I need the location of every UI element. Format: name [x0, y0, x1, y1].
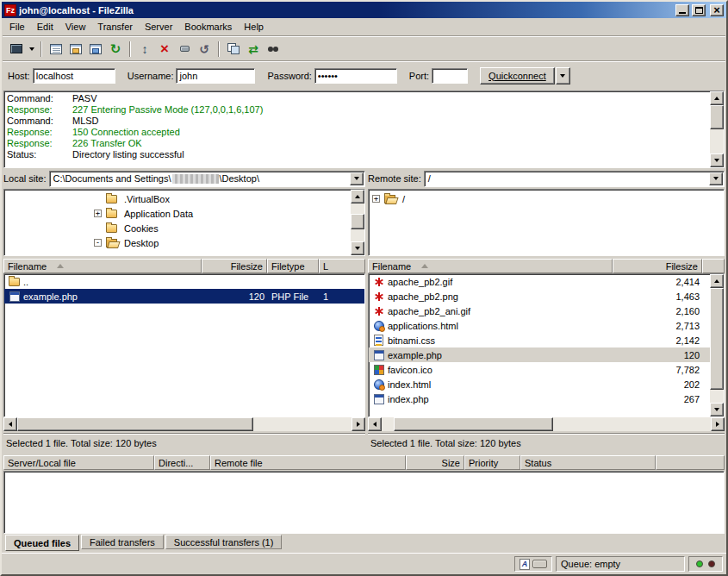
scrollbar-track[interactable] — [710, 288, 724, 403]
remote-site-combo-button[interactable] — [709, 172, 723, 185]
local-site-combo[interactable]: C:\Documents and Settings\\Desktop\ — [49, 171, 365, 187]
menu-file[interactable]: File — [3, 19, 31, 34]
file-row[interactable]: .. — [4, 274, 364, 289]
column-filename[interactable]: Filename — [368, 259, 613, 273]
local-tree-scrollbar[interactable] — [351, 190, 364, 255]
column-remote-file[interactable]: Remote file — [210, 455, 406, 470]
column-filesize[interactable]: Filesize — [613, 259, 702, 273]
column-filesize[interactable]: Filesize — [202, 259, 267, 273]
titlebar[interactable]: Fz john@localhost - FileZilla — [2, 2, 726, 18]
file-row[interactable]: index.html202 — [369, 377, 710, 391]
column-status[interactable]: Status — [520, 455, 656, 470]
remote-site-label: Remote site: — [368, 173, 421, 184]
scroll-left-button[interactable] — [3, 417, 17, 431]
scroll-down-button[interactable] — [710, 403, 724, 416]
find-files-button[interactable] — [264, 40, 283, 59]
log-scrollbar[interactable] — [710, 91, 724, 167]
scrollbar-track[interactable] — [17, 417, 352, 431]
column-priority[interactable]: Priority — [464, 455, 520, 470]
menu-edit[interactable]: Edit — [31, 19, 59, 34]
tree-item[interactable]: .VirtualBox — [4, 191, 351, 206]
transfer-type-icon[interactable] — [520, 559, 530, 570]
local-site-combo-button[interactable] — [350, 172, 364, 185]
remote-site-row: Remote site: / — [368, 170, 725, 187]
tab-failed-transfers[interactable]: Failed transfers — [81, 535, 164, 549]
directory-comparison-button[interactable] — [224, 40, 243, 59]
menu-view[interactable]: View — [59, 19, 92, 34]
tree-item[interactable]: +/ — [369, 191, 724, 206]
tree-item[interactable]: -Desktop — [4, 235, 351, 250]
toggle-local-tree-button[interactable] — [66, 40, 85, 59]
synchronized-browsing-button[interactable] — [244, 40, 263, 59]
file-row[interactable]: apache_pb2.png1,463 — [369, 289, 710, 304]
port-input[interactable] — [432, 68, 468, 84]
file-row-highlighted[interactable]: example.php120 — [369, 347, 710, 362]
column-filename[interactable]: Filename — [3, 259, 202, 273]
scroll-right-button[interactable] — [711, 417, 725, 431]
menu-server[interactable]: Server — [139, 19, 178, 34]
scrollbar-track[interactable] — [351, 203, 364, 241]
remote-horizontal-scrollbar[interactable] — [368, 417, 725, 431]
scrollbar-thumb[interactable] — [17, 417, 253, 431]
column-size[interactable]: Size — [406, 455, 464, 470]
scroll-down-button[interactable] — [710, 153, 724, 167]
tree-item[interactable]: +Application Data — [4, 206, 351, 221]
password-input[interactable] — [314, 68, 397, 84]
minimize-button[interactable] — [675, 4, 689, 16]
tree-item[interactable]: Cookies — [4, 221, 351, 235]
toggle-message-log-button[interactable] — [47, 40, 65, 59]
remote-list-scrollbar[interactable] — [710, 274, 724, 416]
toolbar-separator — [218, 41, 220, 57]
cancel-button[interactable] — [155, 40, 174, 59]
quickconnect-dropdown-button[interactable] — [556, 67, 570, 85]
scroll-up-button[interactable] — [710, 274, 724, 288]
file-row[interactable]: favicon.ico7,782 — [369, 362, 710, 377]
site-manager-dropdown-button[interactable] — [27, 40, 36, 59]
maximize-button[interactable] — [692, 4, 706, 16]
column-last-modified[interactable]: L — [319, 259, 365, 273]
refresh-button[interactable] — [106, 40, 125, 59]
quickconnect-button[interactable]: Quickconnect — [480, 67, 555, 85]
tree-expander[interactable]: + — [372, 195, 380, 203]
file-row-selected[interactable]: example.php 120 PHP File 1 — [4, 289, 364, 304]
reconnect-button[interactable] — [195, 40, 214, 59]
open-folder-icon — [106, 239, 117, 247]
scrollbar-thumb[interactable] — [394, 417, 553, 431]
process-queue-button[interactable] — [135, 40, 154, 59]
scrollbar-track[interactable] — [710, 105, 724, 153]
column-direction[interactable]: Directi... — [154, 455, 210, 470]
menu-bookmarks[interactable]: Bookmarks — [178, 19, 238, 34]
scrollbar-thumb[interactable] — [710, 288, 724, 390]
username-input[interactable] — [176, 68, 255, 84]
column-filetype[interactable]: Filetype — [267, 259, 319, 273]
tree-expander[interactable]: - — [94, 239, 102, 247]
scroll-right-button[interactable] — [352, 417, 365, 431]
close-button[interactable] — [710, 4, 724, 16]
local-horizontal-scrollbar[interactable] — [3, 417, 365, 431]
toggle-remote-tree-button[interactable] — [86, 40, 105, 59]
disconnect-button[interactable] — [175, 40, 194, 59]
tree-expander[interactable]: + — [94, 210, 102, 217]
file-row[interactable]: apache_pb2_ani.gif2,160 — [369, 304, 710, 318]
scrollbar-thumb[interactable] — [351, 214, 364, 229]
file-row[interactable]: apache_pb2.gif2,414 — [369, 274, 710, 289]
tab-successful-transfers[interactable]: Successful transfers (1) — [165, 535, 283, 549]
scroll-left-button[interactable] — [368, 417, 382, 431]
scrollbar-track[interactable] — [382, 417, 711, 431]
host-input[interactable] — [33, 68, 115, 84]
file-row[interactable]: applications.html2,713 — [369, 318, 710, 333]
column-server-local-file[interactable]: Server/Local file — [3, 455, 154, 470]
css-file-icon — [374, 335, 383, 346]
scrollbar-thumb[interactable] — [710, 105, 724, 129]
menu-help[interactable]: Help — [238, 19, 270, 34]
remote-site-combo[interactable]: / — [424, 171, 725, 187]
encryption-status-icon[interactable] — [532, 560, 547, 568]
menu-transfer[interactable]: Transfer — [91, 19, 139, 34]
tab-queued-files[interactable]: Queued files — [5, 535, 79, 551]
scroll-up-button[interactable] — [351, 190, 364, 203]
file-row[interactable]: index.php267 — [369, 391, 710, 406]
site-manager-button[interactable] — [7, 40, 26, 59]
scroll-up-button[interactable] — [710, 91, 724, 105]
file-row[interactable]: bitnami.css2,142 — [369, 333, 710, 347]
scroll-down-button[interactable] — [351, 241, 364, 255]
